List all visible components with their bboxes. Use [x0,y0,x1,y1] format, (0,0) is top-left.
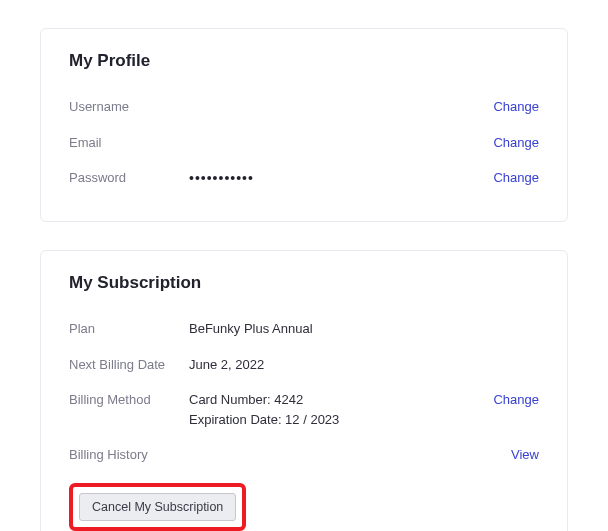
password-change-link[interactable]: Change [493,168,539,188]
nextbilling-value: June 2, 2022 [189,355,539,375]
subscription-row-nextbilling: Next Billing Date June 2, 2022 [69,347,539,383]
plan-value: BeFunky Plus Annual [189,319,539,339]
cancel-highlight: Cancel My Subscription [69,483,246,531]
email-label: Email [69,133,189,153]
profile-title: My Profile [69,51,539,71]
billinghistory-view-link[interactable]: View [511,445,539,465]
subscription-card: My Subscription Plan BeFunky Plus Annual… [40,250,568,531]
username-label: Username [69,97,189,117]
billingmethod-expiration: Expiration Date: 12 / 2023 [189,410,493,430]
cancel-subscription-button[interactable]: Cancel My Subscription [79,493,236,521]
plan-label: Plan [69,319,189,339]
billingmethod-value: Card Number: 4242 Expiration Date: 12 / … [189,390,493,429]
subscription-row-billingmethod: Billing Method Card Number: 4242 Expirat… [69,382,539,437]
nextbilling-label: Next Billing Date [69,355,189,375]
profile-row-email: Email Change [69,125,539,161]
username-change-link[interactable]: Change [493,97,539,117]
profile-row-username: Username Change [69,89,539,125]
subscription-row-history: Billing History View [69,437,539,473]
email-change-link[interactable]: Change [493,133,539,153]
password-value: ••••••••••• [189,168,493,189]
subscription-title: My Subscription [69,273,539,293]
billinghistory-label: Billing History [69,445,189,465]
profile-row-password: Password ••••••••••• Change [69,160,539,197]
profile-card: My Profile Username Change Email Change … [40,28,568,222]
billingmethod-change-link[interactable]: Change [493,390,539,410]
billingmethod-label: Billing Method [69,390,189,410]
billingmethod-card: Card Number: 4242 [189,390,493,410]
subscription-row-plan: Plan BeFunky Plus Annual [69,311,539,347]
password-label: Password [69,168,189,188]
